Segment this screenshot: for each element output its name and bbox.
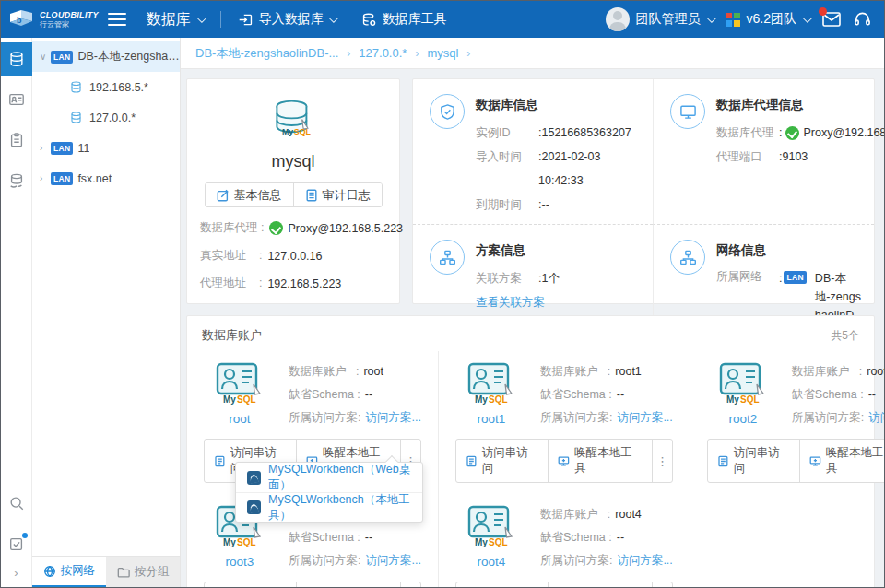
wake-local-tool-button[interactable]: 唤醒本地工具 — [799, 440, 884, 482]
wake-local-tool-button[interactable]: 唤醒本地工具 — [548, 582, 652, 587]
field-label: 缺省Schema : — [540, 526, 612, 549]
app-title-menu[interactable]: 数据库 — [147, 10, 204, 29]
database-delivery-icon — [8, 172, 25, 189]
field-value: Proxy@192.168.5.223 — [288, 222, 403, 235]
field-value: root — [363, 360, 384, 383]
import-database-menu[interactable]: 导入数据库 — [238, 11, 336, 28]
basic-info-button[interactable]: 基本信息 — [206, 183, 293, 206]
account-name[interactable]: root4 — [455, 555, 527, 569]
caret-expanded-icon[interactable]: ∨ — [40, 52, 51, 62]
database-tools-icon — [361, 12, 377, 28]
basic-info-label: 基本信息 — [234, 187, 282, 204]
breadcrumb-network[interactable]: DB-本地-zengshaolinDB-... — [195, 45, 338, 62]
access-plan-link[interactable]: 访问方案... — [617, 549, 672, 572]
lan-badge: LAN — [784, 271, 806, 284]
access-plan-link[interactable]: 访问方案... — [617, 406, 672, 429]
profile-buttons: 基本信息 审计日志 — [205, 182, 383, 207]
tree-item-network[interactable]: ∨ LAN DB-本地-zengshaoli... — [32, 41, 180, 72]
connection-string-button[interactable]: 访问串访问 — [456, 440, 548, 482]
rail-database-item[interactable] — [1, 42, 32, 76]
check-circle-icon — [269, 221, 283, 235]
svg-text:My: My — [726, 394, 739, 405]
support-button[interactable] — [854, 11, 871, 28]
tab-by-network[interactable]: 按网络 — [32, 557, 106, 587]
more-actions-button[interactable]: ⋮ — [652, 440, 672, 482]
user-menu[interactable]: 团队管理员 — [606, 7, 714, 31]
rail-delivery-item[interactable] — [1, 164, 32, 197]
proxy-row: 数据库代理 : Proxy@192.168.5.223 — [200, 220, 399, 236]
tree-item-label: DB-本地-zengshaoli... — [77, 49, 180, 65]
section-database-info: 数据库信息 实例ID:15216685363207 导入时间:2021-02-0… — [413, 79, 653, 224]
wake-local-tool-button[interactable]: 唤醒本地工具 — [296, 582, 400, 587]
account-actions: 访问串访问 唤醒本地工具 ⋮ — [707, 439, 884, 483]
account-name[interactable]: root2 — [707, 412, 779, 426]
wake-local-tool-button[interactable]: 唤醒本地工具 — [548, 440, 652, 482]
team-menu[interactable]: v6.2团队 — [726, 11, 809, 28]
connection-string-button[interactable]: 访问串访问 — [205, 582, 296, 587]
breadcrumb-segment[interactable]: 127.0.0.* — [359, 46, 407, 60]
field-value: -- — [365, 383, 372, 406]
app-title: 数据库 — [147, 10, 191, 29]
field-label: 数据库账户 : — [792, 360, 862, 383]
tree-tabs: 按网络 按分组 — [32, 556, 180, 587]
rail-clipboard-item[interactable] — [1, 123, 32, 157]
collapse-sidebar-button[interactable]: › — [14, 566, 18, 580]
database-icon — [8, 51, 25, 67]
tree-item-network[interactable]: › LAN 11 — [32, 133, 180, 163]
access-plan-link[interactable]: 访问方案... — [365, 406, 420, 429]
brand-logo[interactable]: b CLOUDBILITY 行云管家 — [8, 7, 99, 31]
access-plan-link[interactable]: 访问方案... — [868, 406, 884, 429]
chevron-down-icon — [197, 14, 206, 23]
field-label: 所属访问方案: — [792, 406, 864, 429]
account-actions: 访问串访问 唤醒本地工具 ⋮ — [455, 582, 673, 587]
notification-dot — [22, 533, 28, 538]
document-list-icon — [305, 189, 318, 202]
mysql-account-icon: My SQL — [715, 360, 771, 405]
more-actions-button[interactable]: ⋮ — [652, 582, 672, 587]
edit-icon — [217, 189, 230, 202]
tree-item-segment[interactable]: 192.168.5.* — [32, 72, 180, 102]
field-value: 192.168.5.223 — [267, 277, 341, 290]
tree-item-network[interactable]: › LAN fsx.net — [32, 163, 180, 194]
caret-collapsed-icon[interactable]: › — [40, 173, 51, 183]
field-value: -- — [868, 383, 876, 406]
account-name[interactable]: root1 — [455, 412, 527, 426]
breadcrumb-database[interactable]: mysql — [427, 46, 458, 60]
messages-button[interactable] — [822, 12, 841, 27]
database-tools-menu[interactable]: 数据库工具 — [361, 11, 447, 28]
rail-account-item[interactable] — [1, 83, 32, 116]
connection-string-button[interactable]: 访问串访问 — [456, 582, 548, 587]
tab-by-group[interactable]: 按分组 — [106, 557, 180, 587]
button-label: 访问串访问 — [734, 445, 791, 476]
mysql-account-icon: My SQL — [464, 360, 519, 405]
menu-item-workbench-web[interactable]: MySQLWorkbench（Web桌面） — [236, 463, 422, 492]
check-circle-icon — [785, 126, 799, 140]
rail-tasks-item[interactable] — [1, 527, 32, 560]
svg-text:SQL: SQL — [489, 394, 508, 405]
view-related-plans-link[interactable]: 查看关联方案 — [476, 290, 640, 314]
tree-item-segment[interactable]: 127.0.0.* — [32, 102, 180, 133]
more-actions-button[interactable]: ⋮ — [400, 582, 420, 587]
audit-log-button[interactable]: 审计日志 — [293, 183, 382, 206]
tree-item-label: fsx.net — [77, 172, 112, 185]
field-value: -- — [617, 383, 624, 406]
account-name[interactable]: root — [204, 412, 276, 426]
access-plan-link[interactable]: 访问方案... — [365, 549, 420, 572]
tab-label: 按网络 — [61, 563, 96, 579]
field-value: :2021-02-03 10:42:33 — [538, 145, 640, 193]
field-value: -- — [617, 526, 624, 549]
menu-item-workbench-local[interactable]: MySQLWorkbench（本地工具） — [236, 492, 422, 522]
field-label: 关联方案 — [476, 266, 538, 290]
app-window: b CLOUDBILITY 行云管家 数据库 导入数据库 数据库工具 团队管理员 — [0, 0, 885, 588]
lan-badge: LAN — [51, 142, 73, 155]
menu-icon[interactable] — [108, 9, 126, 29]
field-label: 缺省Schema : — [792, 383, 864, 406]
database-profile-card: My SQL mysql 基本信息 审计日志 — [186, 78, 400, 304]
connection-string-button[interactable]: 访问串访问 — [708, 440, 799, 482]
rail-search-item[interactable] — [1, 487, 32, 520]
account-card-root2: My SQL root2 数据库账户 :root2 缺省Schema :-- 所… — [690, 351, 884, 494]
account-name[interactable]: root3 — [204, 555, 276, 569]
caret-collapsed-icon[interactable]: › — [40, 143, 51, 153]
chevron-down-icon — [329, 14, 338, 23]
profile-rows: 数据库代理 : Proxy@192.168.5.223 真实地址 : 127.0… — [187, 207, 399, 303]
